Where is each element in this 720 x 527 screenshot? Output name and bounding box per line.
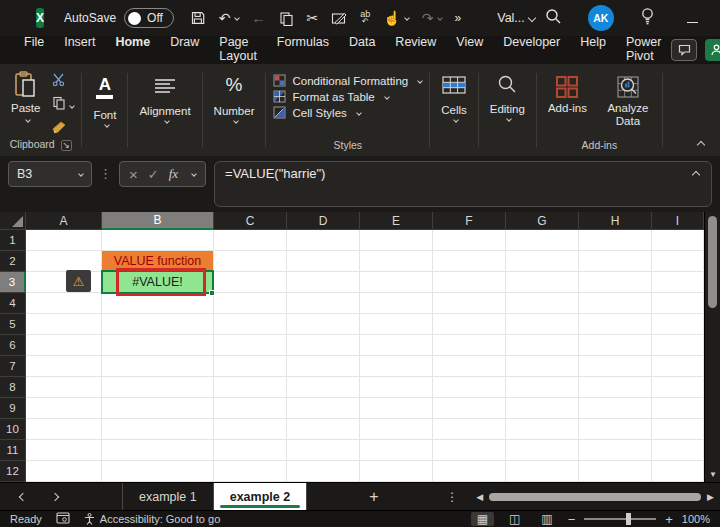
cell-C12[interactable] (214, 461, 287, 482)
cell-B10[interactable] (102, 419, 214, 440)
cell-I4[interactable] (652, 293, 704, 314)
font-group[interactable]: A Font (82, 66, 127, 154)
cell-D11[interactable] (287, 440, 360, 461)
formula-bar-dots-icon[interactable]: ⋮ (99, 166, 112, 181)
conditional-formatting-button[interactable]: Conditional Formatting (273, 74, 422, 87)
cell-D3[interactable] (287, 272, 360, 293)
column-header-C[interactable]: C (214, 212, 287, 230)
scroll-right-icon[interactable]: ▶ (707, 492, 714, 502)
chevron-down-icon[interactable] (234, 15, 240, 21)
cell-G3[interactable] (506, 272, 579, 293)
column-header-I[interactable]: I (652, 212, 704, 230)
row-header-11[interactable]: 11 (0, 440, 26, 461)
formula-input[interactable]: =VALUE("harrie") (214, 161, 712, 207)
cell-I7[interactable] (652, 356, 704, 377)
cell-E2[interactable] (360, 251, 433, 272)
cell-C1[interactable] (214, 230, 287, 251)
cell-B5[interactable] (102, 314, 214, 335)
cell-I9[interactable] (652, 398, 704, 419)
picture-pen-icon[interactable] (331, 11, 347, 26)
cell-I6[interactable] (652, 335, 704, 356)
undo-button[interactable]: ↶ (219, 10, 239, 26)
row-header-1[interactable]: 1 (0, 230, 26, 251)
comments-button[interactable] (671, 39, 697, 61)
row-header-12[interactable]: 12 (0, 461, 26, 482)
document-title[interactable]: Val... (497, 11, 535, 25)
row-header-10[interactable]: 10 (0, 419, 26, 440)
column-header-E[interactable]: E (360, 212, 433, 230)
cell-B7[interactable] (102, 356, 214, 377)
cell-B4[interactable] (102, 293, 214, 314)
row-header-8[interactable]: 8 (0, 377, 26, 398)
cell-E6[interactable] (360, 335, 433, 356)
cell-F8[interactable] (433, 377, 506, 398)
zoom-slider-thumb[interactable] (626, 513, 631, 525)
editing-group[interactable]: Editing (479, 66, 536, 154)
format-as-table-button[interactable]: Format as Table (273, 90, 388, 103)
cell-D9[interactable] (287, 398, 360, 419)
cell-F6[interactable] (433, 335, 506, 356)
view-page-break-button[interactable]: ▥ (535, 512, 558, 526)
cell-E4[interactable] (360, 293, 433, 314)
cell-H1[interactable] (579, 230, 652, 251)
cancel-entry-icon[interactable]: × (129, 167, 138, 182)
cell-H5[interactable] (579, 314, 652, 335)
cell-H9[interactable] (579, 398, 652, 419)
cell-D6[interactable] (287, 335, 360, 356)
search-icon[interactable] (545, 8, 562, 29)
row-header-6[interactable]: 6 (0, 335, 26, 356)
translate-refresh-icon[interactable]: ab↶ (360, 10, 370, 25)
paste-button[interactable]: Paste (7, 69, 44, 124)
cell-A4[interactable] (26, 293, 102, 314)
cell-styles-button[interactable]: Cell Styles (273, 106, 360, 119)
cell-C7[interactable] (214, 356, 287, 377)
cell-H8[interactable] (579, 377, 652, 398)
cell-F9[interactable] (433, 398, 506, 419)
view-page-layout-button[interactable]: ◫ (503, 512, 526, 526)
cell-I10[interactable] (652, 419, 704, 440)
cell-I11[interactable] (652, 440, 704, 461)
select-all-button[interactable] (0, 212, 26, 230)
autosave-control[interactable]: AutoSave Off (64, 8, 174, 28)
cell-H11[interactable] (579, 440, 652, 461)
horizontal-scrollbar[interactable] (489, 492, 701, 502)
cell-G1[interactable] (506, 230, 579, 251)
cell-D5[interactable] (287, 314, 360, 335)
cell-H4[interactable] (579, 293, 652, 314)
cell-D4[interactable] (287, 293, 360, 314)
column-header-A[interactable]: A (26, 212, 102, 230)
cell-F4[interactable] (433, 293, 506, 314)
fill-handle[interactable] (209, 290, 215, 296)
cell-G12[interactable] (506, 461, 579, 482)
cell-A6[interactable] (26, 335, 102, 356)
cut-button[interactable] (52, 72, 74, 90)
chevron-down-icon[interactable] (404, 15, 410, 21)
cell-C5[interactable] (214, 314, 287, 335)
minimize-button[interactable] (687, 9, 698, 27)
zoom-level[interactable]: 100% (682, 513, 710, 525)
cells-group[interactable]: Cells (430, 66, 478, 154)
cell-H7[interactable] (579, 356, 652, 377)
column-header-G[interactable]: G (506, 212, 579, 230)
cell-D7[interactable] (287, 356, 360, 377)
zoom-slider[interactable] (584, 518, 656, 520)
cell-E3[interactable] (360, 272, 433, 293)
chevron-down-icon[interactable] (191, 171, 197, 177)
cell-F5[interactable] (433, 314, 506, 335)
cell-A9[interactable] (26, 398, 102, 419)
cell-F1[interactable] (433, 230, 506, 251)
cell-F10[interactable] (433, 419, 506, 440)
accessibility-status[interactable]: Accessibility: Good to go (84, 513, 220, 525)
cell-C11[interactable] (214, 440, 287, 461)
vertical-scrollbar[interactable]: ▼ (704, 212, 720, 482)
row-header-5[interactable]: 5 (0, 314, 26, 335)
cell-G2[interactable] (506, 251, 579, 272)
scroll-down-icon[interactable]: ▼ (709, 470, 717, 479)
cell-B3[interactable]: #VALUE! (102, 272, 214, 293)
cell-G4[interactable] (506, 293, 579, 314)
analyze-data-button[interactable]: Analyze Data (601, 73, 655, 130)
cell-C10[interactable] (214, 419, 287, 440)
clipboard-dialog-launcher-icon[interactable]: ↘ (61, 140, 72, 151)
collapse-ribbon-icon[interactable] (697, 141, 705, 149)
cell-G8[interactable] (506, 377, 579, 398)
